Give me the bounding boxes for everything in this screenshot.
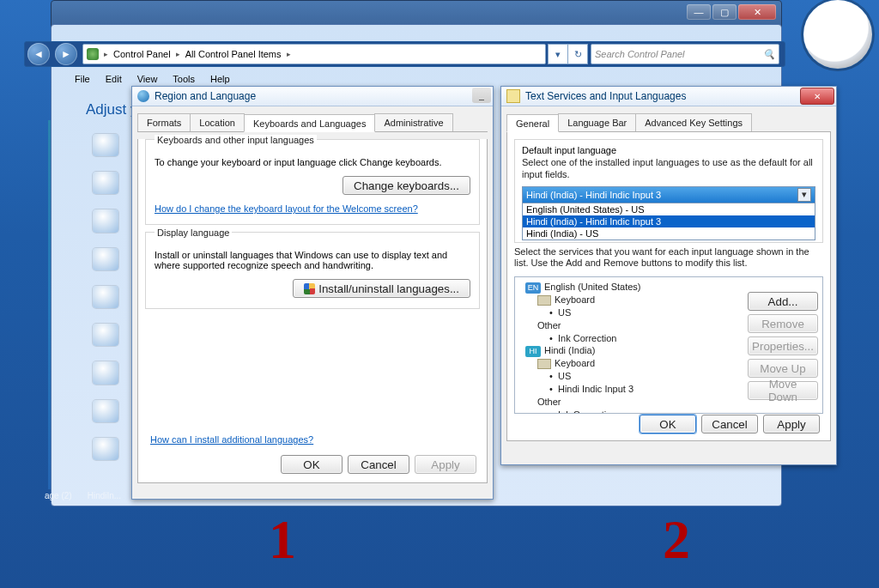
tab-general[interactable]: General [506,114,559,132]
tree-label: Other [537,320,561,330]
tree-label: Ink Correction [558,333,616,343]
annotation-number-2: 2 [663,508,690,572]
crumb-all-items[interactable]: All Control Panel Items [185,49,282,59]
nav-forward-button[interactable]: ► [55,43,77,65]
tab-language-bar[interactable]: Language Bar [558,113,636,131]
maximize-button[interactable]: ▢ [712,4,737,20]
properties-button[interactable]: Properties... [748,336,818,355]
move-down-button[interactable]: Move Down [748,381,818,400]
welcome-screen-help-link[interactable]: How do I change the keyboard layout for … [155,203,418,214]
dropdown-option-selected[interactable]: Hindi (India) - Hindi Indic Input 3 [523,215,815,227]
tab-strip: Formats Location Keyboards and Languages… [137,113,488,132]
cp-item-icon[interactable] [93,209,118,232]
cp-item-icon[interactable] [93,172,118,194]
tree-item[interactable]: • Ink Correction [518,409,819,414]
apply-button[interactable]: Apply [763,415,820,433]
ok-button[interactable]: OK [281,455,343,474]
tree-label: Keyboard [555,358,595,368]
dialog-title: Text Services and Input Languages [525,90,686,102]
address-bar: ◄ ► ▸ Control Panel ▸ All Control Panel … [24,41,785,67]
combobox-value: Hindi (India) - Hindi Indic Input 3 [526,190,661,200]
chevron-down-icon: ▾ [797,188,811,202]
desktop-icon-labels: age (2) HindiIn... [45,491,121,500]
dialog-title: Region and Language [155,90,256,102]
chevron-icon: ▸ [287,50,291,58]
dialog-region-and-language: Region and Language ⎯ Formats Location K… [131,86,494,500]
dialog-footer: OK Cancel Apply [640,415,820,433]
close-button[interactable]: ✕ [800,88,834,105]
default-language-combobox[interactable]: Hindi (India) - Hindi Indic Input 3 ▾ [522,186,815,203]
dialog-titlebar: Region and Language ⎯ [132,87,493,106]
tree-label: US [558,371,571,381]
tab-administrative[interactable]: Administrative [374,113,452,131]
tab-location[interactable]: Location [190,113,245,131]
cp-item-icon[interactable] [93,286,118,308]
apply-button[interactable]: Apply [415,455,476,474]
cp-icon [87,48,99,60]
tree-label: Keyboard [555,294,595,305]
cp-item-icon[interactable] [93,400,118,422]
cp-category-icons [86,134,125,460]
install-additional-languages-link[interactable]: How can I install additional languages? [150,434,313,445]
chevron-icon: ▸ [176,50,180,58]
chevron-icon: ▸ [104,50,108,58]
tab-keyboards-and-languages[interactable]: Keyboards and Languages [244,114,376,132]
group-display-language: Display language Install or uninstall la… [145,232,480,309]
cp-item-icon[interactable] [93,248,118,270]
dialog-text-services: Text Services and Input Languages ✕ Gene… [500,86,837,465]
button-label: Install/uninstall languages... [318,282,459,295]
dialog-titlebar: Text Services and Input Languages ✕ [501,87,836,106]
nav-back-button[interactable]: ◄ [27,43,50,65]
cancel-button[interactable]: Cancel [348,455,409,474]
install-uninstall-languages-button[interactable]: Install/uninstall languages... [293,279,470,298]
tab-advanced-key-settings[interactable]: Advanced Key Settings [635,113,752,131]
cp-item-icon[interactable] [93,361,118,384]
group-description: Install or uninstall languages that Wind… [155,250,470,270]
dropdown-option[interactable]: English (United States) - US [523,203,815,215]
dialog-body: Default input language Select one of the… [506,132,831,441]
desktop: — ▢ ✕ ◄ ► ▸ Control Panel ▸ All Control … [0,0,879,588]
ok-button[interactable]: OK [640,415,696,433]
dropdown-option[interactable]: Hindi (India) - US [523,227,815,239]
search-input[interactable]: Search Control Panel 🔍 [591,44,779,64]
cp-item-icon[interactable] [93,134,118,156]
menu-edit[interactable]: Edit [104,73,124,90]
cancel-button[interactable]: Cancel [701,415,758,433]
remove-button[interactable]: Remove [748,314,818,333]
group-title: Keyboards and other input languages [155,135,317,145]
shield-icon [304,283,315,294]
group-description: To change your keyboard or input languag… [155,157,470,167]
keyboard-icon [537,359,551,369]
lang-tag-hi: HI [525,346,541,357]
globe-icon [137,90,149,102]
group-description: Select one of the installed input langua… [522,157,815,181]
add-button[interactable]: Add... [748,292,818,311]
dialog-help-button[interactable]: ⎯ [472,88,491,103]
refresh-button[interactable]: ↻ [567,44,588,64]
tree-label: US [558,307,571,318]
tree-label: Hindi Indic Input 3 [558,384,633,394]
minimize-button[interactable]: — [687,4,711,20]
history-dropdown-button[interactable]: ▾ [548,44,568,64]
cp-item-icon[interactable] [93,438,118,460]
desktop-icon-label: age (2) [45,491,72,500]
group-title: Display language [155,227,232,238]
menu-file[interactable]: File [73,73,92,90]
crumb-control-panel[interactable]: Control Panel [113,49,171,59]
group-default-input-language: Default input language Select one of the… [514,139,823,243]
change-keyboards-button[interactable]: Change keyboards... [343,176,470,195]
move-up-button[interactable]: Move Up [748,359,818,378]
page-heading: Adjust y [86,101,137,118]
breadcrumb-bar[interactable]: ▸ Control Panel ▸ All Control Panel Item… [82,44,546,64]
clock-gadget [803,0,872,69]
tab-formats[interactable]: Formats [137,113,191,131]
tree-label: English (United States) [544,282,641,292]
keyboard-icon [506,89,520,103]
installed-services-description: Select the services that you want for ea… [514,246,823,270]
close-button[interactable]: ✕ [738,4,776,20]
search-icon: 🔍 [763,49,775,60]
combobox-dropdown: English (United States) - US Hindi (Indi… [522,203,815,240]
desktop-icon-label: HindiIn... [88,491,121,500]
dialog-footer: OK Cancel Apply [281,455,476,474]
cp-item-icon[interactable] [93,324,118,346]
